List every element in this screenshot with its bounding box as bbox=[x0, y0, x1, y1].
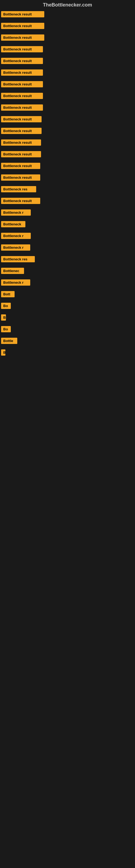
bottleneck-badge[interactable]: Bottleneck result bbox=[1, 175, 40, 181]
list-item: Bott bbox=[1, 291, 134, 297]
list-item: Bottleneck result bbox=[1, 104, 134, 111]
bottleneck-badge[interactable]: Bottleneck bbox=[1, 221, 26, 227]
bottleneck-badge[interactable]: Bottleneck result bbox=[1, 69, 43, 76]
bottleneck-badge[interactable]: Bottleneck result bbox=[1, 58, 43, 64]
bottleneck-badge[interactable]: Bottleneck result bbox=[1, 163, 40, 169]
site-title: TheBottlenecker.com bbox=[0, 0, 135, 10]
bottleneck-badge[interactable]: Bottleneck result bbox=[1, 93, 43, 99]
bottleneck-badge[interactable]: Bottleneck r bbox=[1, 244, 30, 251]
list-item: Bottle bbox=[1, 338, 134, 344]
list-item: Bottleneck r bbox=[1, 279, 134, 286]
bottleneck-badge[interactable]: Bottlenec bbox=[1, 268, 24, 274]
list-item: Bottleneck bbox=[1, 221, 134, 227]
list-item: Bottleneck r bbox=[1, 233, 134, 239]
list-item: Bottleneck r bbox=[1, 244, 134, 251]
bottleneck-badge[interactable]: Bottleneck r bbox=[1, 209, 31, 216]
bottleneck-badge[interactable]: Bottleneck result bbox=[1, 104, 43, 111]
list-item: Bottleneck r bbox=[1, 209, 134, 216]
list-item: Bottleneck result bbox=[1, 163, 134, 169]
bottleneck-badge[interactable]: Bottleneck r bbox=[1, 233, 31, 239]
bottleneck-badge[interactable]: Bottleneck result bbox=[1, 34, 44, 41]
bottleneck-badge[interactable]: Bottleneck result bbox=[1, 11, 44, 18]
bottleneck-badge[interactable]: Bottleneck r bbox=[1, 279, 30, 286]
list-item: Bottleneck result bbox=[1, 11, 134, 18]
bottleneck-badge[interactable]: Bottleneck result bbox=[1, 151, 41, 157]
bottleneck-badge[interactable]: Bottleneck result bbox=[1, 23, 44, 29]
bottleneck-badge[interactable]: Bottleneck result bbox=[1, 46, 43, 52]
list-item: Bottleneck result bbox=[1, 58, 134, 64]
list-item: B bbox=[1, 349, 134, 355]
list-item: B bbox=[1, 314, 134, 321]
list-item: Bo bbox=[1, 326, 134, 332]
list-item: Bottleneck result bbox=[1, 116, 134, 122]
bottleneck-badge[interactable]: B bbox=[1, 314, 6, 321]
bottleneck-badge[interactable]: Bottleneck result bbox=[1, 198, 40, 204]
bottleneck-badge[interactable]: Bottle bbox=[1, 338, 17, 344]
bottleneck-badge[interactable]: Bo bbox=[1, 303, 11, 309]
list-item: Bottlenec bbox=[1, 268, 134, 274]
list-item: Bottleneck result bbox=[1, 128, 134, 134]
list-item: Bottleneck result bbox=[1, 69, 134, 76]
bottleneck-badge[interactable]: Bottleneck result bbox=[1, 81, 43, 87]
list-item: Bottleneck result bbox=[1, 198, 134, 204]
list-item: Bottleneck res bbox=[1, 186, 134, 192]
bottleneck-badge[interactable]: Bott bbox=[1, 291, 14, 297]
bottleneck-badge[interactable]: Bo bbox=[1, 326, 11, 332]
bottleneck-badge[interactable]: Bottleneck result bbox=[1, 128, 42, 134]
bottleneck-badge[interactable]: Bottleneck result bbox=[1, 116, 42, 122]
bottleneck-badge[interactable]: Bottleneck res bbox=[1, 256, 35, 262]
list-item: Bottleneck result bbox=[1, 140, 134, 146]
list-item: Bottleneck result bbox=[1, 81, 134, 87]
list-item: Bottleneck result bbox=[1, 46, 134, 52]
list-item: Bottleneck result bbox=[1, 151, 134, 157]
list-item: Bottleneck result bbox=[1, 175, 134, 181]
list-item: Bo bbox=[1, 303, 134, 309]
list-item: Bottleneck result bbox=[1, 34, 134, 41]
list-item: Bottleneck result bbox=[1, 23, 134, 29]
bottleneck-badge[interactable]: B bbox=[1, 349, 5, 355]
bottleneck-badge[interactable]: Bottleneck result bbox=[1, 140, 41, 146]
list-item: Bottleneck result bbox=[1, 93, 134, 99]
list-item: Bottleneck res bbox=[1, 256, 134, 262]
items-container: Bottleneck resultBottleneck resultBottle… bbox=[0, 10, 135, 357]
bottleneck-badge[interactable]: Bottleneck res bbox=[1, 186, 36, 192]
